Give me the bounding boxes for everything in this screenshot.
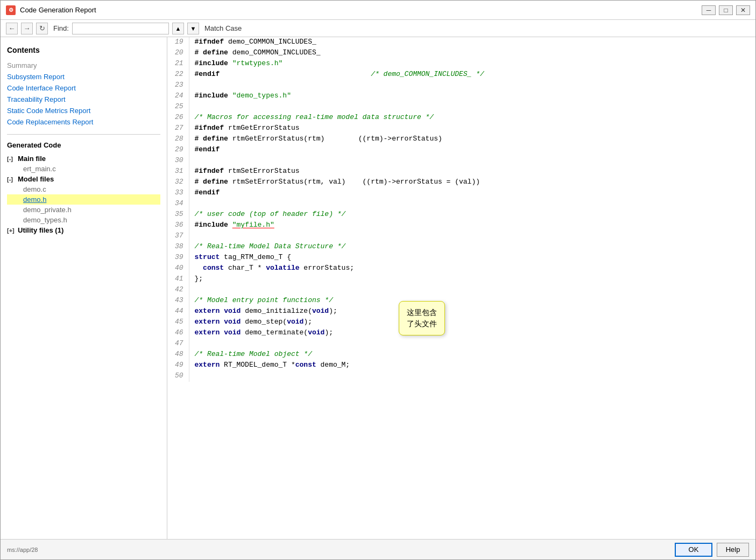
sidebar-link-subsystem-report[interactable]: Subsystem Report	[7, 71, 160, 82]
tree-child-ert-main[interactable]: ert_main.c	[7, 164, 160, 174]
demo-h-link[interactable]: demo.h	[23, 195, 46, 204]
tree-child-demo-types-h[interactable]: demo_types.h	[7, 215, 160, 225]
line-num: 39	[167, 253, 189, 263]
line-num: 32	[167, 177, 189, 188]
table-row: 46 extern void demo_terminate(void);	[167, 328, 755, 339]
toggle-model-files: [-]	[7, 176, 16, 183]
line-num: 50	[167, 371, 189, 382]
window-title: Code Generation Report	[20, 6, 96, 14]
table-row: 33 #endif	[167, 188, 755, 199]
minimize-button[interactable]: ─	[702, 5, 716, 15]
demo-types-h-link[interactable]: demo_types.h	[23, 216, 67, 224]
ok-button[interactable]: OK	[675, 543, 712, 557]
sidebar-link-static-code-metrics[interactable]: Static Code Metrics Report	[7, 105, 160, 116]
line-num: 46	[167, 328, 189, 339]
table-row: 49 extern RT_MODEL_demo_T *const demo_M;	[167, 360, 755, 371]
code-line: /* Real-time Model object */	[189, 349, 755, 360]
sidebar-link-summary[interactable]: Summary	[7, 60, 160, 71]
code-line	[189, 102, 755, 113]
code-line: struct tag_RTM_demo_T {	[189, 253, 755, 263]
tree-child-demo-private-h[interactable]: demo_private.h	[7, 205, 160, 215]
line-num: 19	[167, 37, 189, 48]
table-row: 28 # define rtmGetErrorStatus(rtm) ((rtm…	[167, 134, 755, 145]
demo-c-link[interactable]: demo.c	[23, 185, 46, 193]
code-line	[189, 339, 755, 349]
code-line: const char_T * volatile errorStatus;	[189, 263, 755, 274]
sidebar-link-traceability-report[interactable]: Traceability Report	[7, 94, 160, 105]
line-num: 31	[167, 166, 189, 177]
code-line: /* user code (top of header file) */	[189, 209, 755, 220]
tree-utility-files[interactable]: [+] Utility files (1)	[7, 225, 160, 235]
code-line: #endif /* demo_COMMON_INCLUDES_ */	[189, 69, 755, 80]
code-line: extern void demo_terminate(void);	[189, 328, 755, 339]
table-row: 42	[167, 285, 755, 296]
toolbar: ← → ↻ Find: ▲ ▼ Match Case	[1, 20, 755, 37]
code-line: # define rtmGetErrorStatus(rtm) ((rtm)->…	[189, 134, 755, 145]
find-input[interactable]	[72, 23, 169, 34]
tooltip-text: 这里包含了头文件	[407, 308, 437, 328]
code-line: #include "rtwtypes.h"	[189, 59, 755, 69]
code-table: 19 #ifndef demo_COMMON_INCLUDES_ 20 # de…	[167, 37, 755, 382]
find-down-button[interactable]: ▼	[187, 23, 199, 34]
demo-private-h-link[interactable]: demo_private.h	[23, 206, 72, 214]
table-row: 25	[167, 102, 755, 113]
code-panel[interactable]: 这里包含了头文件 19 #ifndef demo_COMMON_INCLUDES…	[167, 37, 755, 539]
tree-child-demo-h[interactable]: demo.h	[7, 194, 160, 205]
table-row: 40 const char_T * volatile errorStatus;	[167, 263, 755, 274]
line-num: 21	[167, 59, 189, 69]
help-button[interactable]: Help	[717, 543, 749, 557]
table-row: 43 /* Model entry point functions */	[167, 296, 755, 306]
find-label: Find:	[53, 24, 69, 32]
line-num: 27	[167, 123, 189, 134]
toggle-main-file: [-]	[7, 156, 16, 162]
tree-child-demo-c[interactable]: demo.c	[7, 184, 160, 194]
find-up-button[interactable]: ▲	[172, 23, 184, 34]
line-num: 40	[167, 263, 189, 274]
bottom-url: ms://app/28	[7, 547, 670, 553]
title-bar: ⚙ Code Generation Report ─ □ ✕	[1, 1, 755, 20]
line-num: 22	[167, 69, 189, 80]
line-num: 23	[167, 80, 189, 91]
code-line: /* Real-time Model Data Structure */	[189, 242, 755, 253]
title-bar-left: ⚙ Code Generation Report	[6, 5, 96, 15]
model-files-label: Model files	[18, 175, 54, 183]
tree-model-files[interactable]: [-] Model files	[7, 174, 160, 184]
code-line	[189, 199, 755, 209]
ert-main-link[interactable]: ert_main.c	[23, 165, 56, 173]
code-line	[189, 231, 755, 242]
window-controls: ─ □ ✕	[702, 5, 750, 15]
table-row: 20 # define demo_COMMON_INCLUDES_	[167, 48, 755, 59]
table-row: 34	[167, 199, 755, 209]
code-line: #endif	[189, 145, 755, 156]
sidebar-link-code-interface-report[interactable]: Code Interface Report	[7, 82, 160, 94]
table-row: 21 #include "rtwtypes.h"	[167, 59, 755, 69]
close-button[interactable]: ✕	[736, 5, 750, 15]
match-case-label: Match Case	[204, 24, 242, 32]
main-window: ⚙ Code Generation Report ─ □ ✕ ← → ↻ Fin…	[0, 0, 756, 560]
maximize-button[interactable]: □	[719, 5, 733, 15]
sidebar-link-code-replacements[interactable]: Code Replacements Report	[7, 116, 160, 128]
code-line	[189, 80, 755, 91]
code-line: extern void demo_initialize(void);	[189, 306, 755, 317]
tree-main-file[interactable]: [-] Main file	[7, 153, 160, 164]
sidebar: Contents Summary Subsystem Report Code I…	[1, 37, 167, 539]
line-num: 45	[167, 317, 189, 328]
line-num: 42	[167, 285, 189, 296]
back-button[interactable]: ←	[6, 23, 18, 34]
line-num: 49	[167, 360, 189, 371]
line-num: 20	[167, 48, 189, 59]
code-line: #endif	[189, 188, 755, 199]
table-row: 50	[167, 371, 755, 382]
line-num: 43	[167, 296, 189, 306]
line-num: 25	[167, 102, 189, 113]
refresh-button[interactable]: ↻	[36, 23, 48, 34]
line-num: 44	[167, 306, 189, 317]
bottom-bar: ms://app/28 OK Help	[1, 539, 755, 559]
code-line: /* Model entry point functions */	[189, 296, 755, 306]
table-row: 45 extern void demo_step(void);	[167, 317, 755, 328]
line-num: 28	[167, 134, 189, 145]
line-num: 41	[167, 274, 189, 285]
forward-button[interactable]: →	[21, 23, 33, 34]
table-row: 23	[167, 80, 755, 91]
table-row: 22 #endif /* demo_COMMON_INCLUDES_ */	[167, 69, 755, 80]
